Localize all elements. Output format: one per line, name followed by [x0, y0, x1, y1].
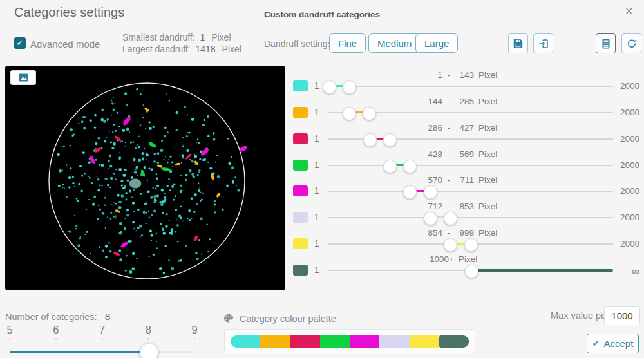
- dandruff-dot: [214, 203, 216, 205]
- dandruff-dot: [191, 160, 194, 162]
- dandruff-dot: [168, 259, 169, 261]
- image-view-toggle-button[interactable]: [10, 70, 36, 85]
- calculate-button[interactable]: [596, 33, 616, 53]
- dandruff-dot: [207, 135, 209, 137]
- slider-max-label: 2000: [604, 81, 639, 91]
- dandruff-dot: [84, 173, 86, 175]
- dandruff-dot: [108, 168, 109, 169]
- dandruff-dot: [164, 196, 166, 198]
- dandruff-dot: [99, 208, 101, 210]
- dandruff-dot: [83, 127, 86, 130]
- dandruff-dot: [104, 178, 108, 181]
- slider-min-label: 1: [312, 238, 322, 249]
- dandruff-dot: [120, 141, 121, 142]
- dandruff-dot: [118, 126, 120, 127]
- slider-max-label: 2000: [604, 186, 639, 196]
- slider-handle-to[interactable]: [363, 107, 376, 120]
- save-button[interactable]: [508, 33, 528, 53]
- preset-fine-button[interactable]: Fine: [329, 33, 366, 53]
- dandruff-dot: [166, 93, 167, 95]
- dandruff-dot: [180, 175, 182, 176]
- dandruff-dot: [133, 228, 135, 230]
- slider-handle-to[interactable]: [424, 185, 437, 199]
- dandruff-dot: [209, 238, 211, 240]
- dandruff-dot: [139, 225, 142, 227]
- dandruff-dot: [60, 146, 61, 147]
- dandruff-dot: [166, 185, 169, 187]
- dandruff-dot: [148, 211, 149, 212]
- slider-handle-to[interactable]: [444, 212, 457, 225]
- dandruff-dot: [126, 255, 128, 257]
- slider-handle-from[interactable]: [383, 160, 397, 173]
- slider-handle-from[interactable]: [363, 133, 377, 147]
- dandruff-dot: [126, 104, 128, 106]
- slider-handle-from[interactable]: [343, 107, 356, 120]
- dandruff-dot: [160, 223, 162, 225]
- dandruff-dot: [133, 211, 135, 212]
- dandruff-dot: [156, 232, 158, 234]
- largest-dandruff-label: Largest dandruff:: [122, 44, 191, 54]
- palette-segment: [379, 335, 409, 348]
- dandruff-dot: [227, 138, 229, 140]
- slider-handle-from[interactable]: [323, 80, 336, 94]
- slider-handle-to[interactable]: [464, 238, 478, 252]
- dandruff-dot: [231, 166, 234, 169]
- dandruff-dot: [199, 187, 200, 189]
- dandruff-dot: [169, 189, 171, 191]
- dandruff-dot: [89, 177, 91, 179]
- slider-handle-from[interactable]: [444, 238, 457, 252]
- count-slider-handle[interactable]: [140, 343, 158, 358]
- dandruff-dot: [198, 189, 200, 192]
- dandruff-dot: [111, 100, 112, 101]
- dandruff-dot: [222, 209, 224, 211]
- dandruff-dot: [79, 165, 82, 167]
- dandruff-dot: [149, 127, 151, 130]
- close-icon[interactable]: ✕: [623, 5, 634, 18]
- dandruff-dot: [225, 189, 226, 190]
- slider-range-label: 854-999Pixel: [396, 228, 497, 238]
- dandruff-dot: [108, 242, 110, 244]
- range-from: 570: [396, 175, 442, 185]
- dandruff-dot: [156, 194, 159, 197]
- dandruff-dot: [104, 140, 106, 143]
- slider-handle-from[interactable]: [465, 265, 478, 278]
- reset-button[interactable]: [621, 33, 641, 53]
- dandruff-dot: [86, 209, 87, 210]
- dandruff-dot: [156, 177, 158, 180]
- slider-range-label: 144-285Pixel: [396, 97, 497, 106]
- slider-handle-to[interactable]: [343, 80, 356, 94]
- dandruff-dot: [185, 245, 187, 247]
- dandruff-dot: [150, 196, 153, 199]
- dandruff-dot: [189, 219, 191, 221]
- preset-large-button[interactable]: Large: [415, 33, 458, 53]
- max-value-input[interactable]: [604, 306, 640, 325]
- dandruff-dot: [236, 185, 237, 186]
- dandruff-dot: [110, 141, 112, 143]
- slider-handle-from[interactable]: [424, 212, 437, 225]
- dandruff-dot: [134, 171, 137, 174]
- dandruff-dot: [109, 187, 111, 188]
- dandruff-dot: [102, 250, 104, 252]
- dandruff-dot: [156, 185, 157, 187]
- count-tick-label: 9: [191, 324, 197, 336]
- import-button[interactable]: [533, 33, 553, 53]
- largest-dandruff-value: 1418: [196, 44, 216, 54]
- dandruff-dot: [137, 208, 140, 211]
- dandruff-dot: [163, 159, 164, 160]
- dandruff-dot: [206, 224, 207, 225]
- dandruff-dot: [140, 124, 142, 126]
- slider-handle-from[interactable]: [403, 185, 417, 199]
- slider-handle-to[interactable]: [403, 160, 417, 173]
- dandruff-dot: [189, 159, 191, 160]
- dandruff-dot: [77, 200, 79, 202]
- dandruff-dot: [62, 169, 63, 171]
- dandruff-dot: [118, 249, 121, 252]
- slider-handle-to[interactable]: [383, 133, 397, 147]
- slider-range-label: 1-143Pixel: [396, 70, 497, 80]
- preset-medium-button[interactable]: Medium: [368, 33, 421, 53]
- dandruff-dot: [200, 191, 201, 193]
- advanced-mode-checkbox[interactable]: ✓: [14, 37, 26, 49]
- smallest-dandruff-label: Smallest dandruff:: [122, 32, 195, 42]
- accept-button[interactable]: ✔ Accept: [587, 334, 639, 353]
- dandruff-dot: [138, 136, 140, 137]
